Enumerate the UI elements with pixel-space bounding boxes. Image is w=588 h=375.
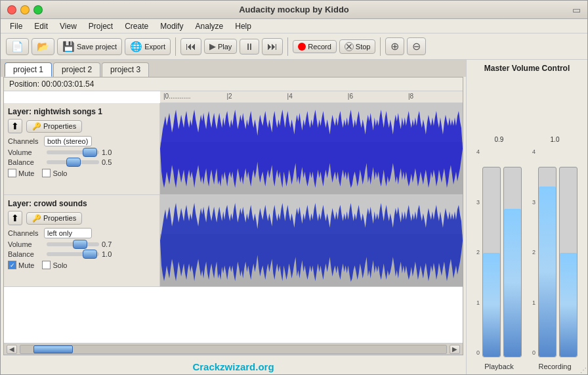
resize-icon: ▭ [572,5,581,15]
rewind-button[interactable]: ⏮ [180,38,201,55]
position-bar: Position: 00:00:03:01.54 [4,77,463,91]
recording-bar-1 [538,167,556,357]
track-1-balance-row: Balance 0.5 [8,158,156,166]
record-button[interactable]: Record [293,40,336,53]
tab-project3[interactable]: project 3 [102,62,149,77]
toolbar-separator-3 [380,37,381,56]
track-2-channels-row: Channels left only both (stereo) right o… [8,228,156,238]
recording-bar-2-fill [560,253,577,357]
properties-icon-2: 🔑 [32,214,41,223]
scrollbar-thumb[interactable] [33,345,73,353]
playback-group: 0.9 4 3 2 1 0 [476,136,522,370]
balance-label: Balance [8,158,44,166]
tab-project1[interactable]: project 1 [5,62,52,77]
solo-text: Solo [52,169,67,177]
playback-bar-2-fill [504,209,521,357]
menu-create[interactable]: Create [119,20,154,32]
track-2-name: Layer: crowd sounds [8,199,156,208]
zoom-out-icon: ⊖ [412,40,421,53]
track-2-balance-thumb[interactable] [83,250,97,259]
window-title: Audacity mockup by Kiddo [239,5,349,14]
tab-project2[interactable]: project 2 [53,62,100,77]
menu-project[interactable]: Project [83,20,118,32]
track-1-balance-thumb[interactable] [66,158,81,167]
export-label: Export [144,43,165,51]
content-area: project 1 project 2 project 3 Position: … [1,60,466,374]
track-1-solo-label[interactable]: Solo [42,169,67,177]
track-2-volume-slider[interactable] [47,242,99,246]
ffwd-button[interactable]: ⏭ [262,38,283,55]
menu-help[interactable]: Help [230,20,257,32]
scroll-right-button[interactable]: ▶ [450,345,460,354]
track-2-balance-slider[interactable] [47,252,99,256]
volume-label-2: Volume [8,240,44,248]
track-2-properties-button[interactable]: 🔑 Properties [26,212,82,225]
close-button[interactable] [7,5,16,14]
track-1-volume-row: Volume 1.0 [8,148,156,156]
new-icon: 📄 [11,41,24,53]
track-1-volume-thumb[interactable] [83,148,97,157]
menu-view[interactable]: View [54,20,82,32]
track-1-mute-label[interactable]: Mute [8,169,34,177]
toolbar: 📄 📂 💾 Save project 🌐 Export ⏮ ▶ Play ⏸ ⏭ [1,33,587,60]
recording-group: 1.0 4 3 2 1 0 [532,136,578,370]
track-1-solo-checkbox[interactable] [42,169,51,177]
export-button[interactable]: 🌐 Export [125,38,171,55]
menu-edit[interactable]: Edit [29,20,53,32]
properties-icon: 🔑 [32,122,41,131]
track-2-volume-thumb[interactable] [73,240,87,249]
track-2-mute-label[interactable]: Mute [8,261,34,269]
scrollbar-track[interactable] [20,345,447,354]
scroll-left-button[interactable]: ◀ [7,345,17,354]
track-1-collapse-button[interactable]: ⬆ [8,119,22,133]
minimize-button[interactable] [20,5,30,14]
properties-label-2: Properties [43,214,76,222]
track-1-channels-select[interactable]: both (stereo) left only right only [44,136,92,146]
track-2-solo-checkbox[interactable] [42,261,51,269]
stop-button[interactable]: ✕ Stop [339,39,376,54]
recording-top-val: 1.0 [551,136,560,143]
ruler-tick-0: |0............ [163,93,191,100]
new-button[interactable]: 📄 [6,38,29,55]
track-2-collapse-button[interactable]: ⬆ [8,211,22,225]
record-dot-icon [298,43,306,51]
track-1-balance-slider[interactable] [47,160,99,164]
track-2-controls: Layer: crowd sounds ⬆ 🔑 Properties [4,195,160,286]
menu-analyze[interactable]: Analyze [190,20,229,32]
playback-bars: 4 3 2 1 0 [476,147,522,357]
mute-text-2: Mute [18,261,34,269]
recording-bars: 4 3 2 1 0 [532,147,578,357]
position-text: Position: 00:00:03:01.54 [9,79,94,89]
track-1-properties-button[interactable]: 🔑 Properties [26,120,82,133]
playback-top-val: 0.9 [495,136,504,143]
track-2-volume-row: Volume 0.7 [8,240,156,248]
save-project-button[interactable]: 💾 Save project [57,38,122,55]
track-1-checkbox-row: Mute Solo [8,169,156,177]
maximize-button[interactable] [33,5,43,14]
menu-bar: File Edit View Project Create Modify Ana… [1,19,587,33]
save-label: Save project [77,43,117,51]
balance-label-2: Balance [8,250,44,258]
tracks-container: Layer: nightwish songs 1 ⬆ 🔑 Properties [4,103,463,343]
track-1: Layer: nightwish songs 1 ⬆ 🔑 Properties [4,103,463,195]
track-2-solo-label[interactable]: Solo [42,261,67,269]
menu-modify[interactable]: Modify [155,20,188,32]
track-1-volume-slider[interactable] [47,150,99,154]
track-2-channels-select[interactable]: left only both (stereo) right only [44,228,92,238]
ruler-tick-6: |6 [348,93,353,100]
ruler-tick-2: |2 [226,93,232,100]
track-2-mute-checkbox[interactable] [8,261,16,269]
pause-button[interactable]: ⏸ [240,39,259,55]
zoom-out-button[interactable]: ⊖ [407,37,426,55]
play-button[interactable]: ▶ Play [204,39,237,54]
zoom-in-button[interactable]: ⊕ [385,37,404,55]
window-buttons [7,5,43,14]
main-area: project 1 project 2 project 3 Position: … [1,60,587,374]
rewind-icon: ⏮ [186,41,196,53]
track-1-mute-checkbox[interactable] [8,169,16,177]
play-icon: ▶ [209,41,216,51]
open-button[interactable]: 📂 [32,38,54,55]
menu-file[interactable]: File [5,20,28,32]
track-1-channels-row: Channels both (stereo) left only right o… [8,136,156,146]
track-2-balance-row: Balance 1.0 [8,250,156,258]
